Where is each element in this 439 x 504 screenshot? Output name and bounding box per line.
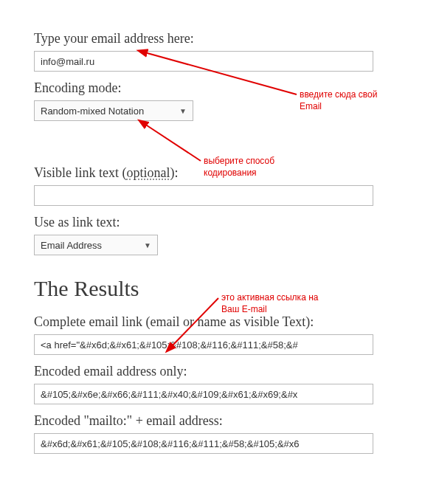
visible-link-text-optional: optional — [126, 165, 170, 180]
annotation-enter-email: введите сюда свой Email — [300, 89, 377, 112]
use-as-link-text-label: Use as link text: — [34, 215, 439, 230]
visible-link-text-label-prefix: Visible link text ( — [34, 165, 126, 180]
encoding-mode-selected: Random-mixed Notation — [41, 106, 144, 117]
email-label: Type your email address here: — [34, 31, 439, 46]
annotation-choose-encoding: выберите способ кодирования — [204, 155, 274, 179]
encoding-mode-select[interactable]: Random-mixed Notation ▼ — [34, 100, 193, 121]
annotation-active-link: это активная ссылка на Ваш E-mail — [221, 291, 318, 315]
encoded-only-label: Encoded email address only: — [34, 364, 439, 379]
chevron-down-icon: ▼ — [179, 107, 187, 115]
visible-link-text-label-suffix: ): — [170, 165, 178, 180]
email-input[interactable] — [34, 51, 373, 72]
mailto-label: Encoded "mailto:" + email address: — [34, 413, 439, 429]
complete-link-label: Complete email link (email or name as vi… — [34, 314, 439, 330]
complete-link-output[interactable] — [34, 334, 373, 355]
visible-link-text-input[interactable] — [34, 185, 373, 206]
chevron-down-icon: ▼ — [144, 241, 151, 249]
use-as-link-text-select[interactable]: Email Address ▼ — [34, 235, 158, 255]
encoded-only-output[interactable] — [34, 384, 373, 404]
encoding-mode-label: Encoding mode: — [34, 80, 439, 96]
use-as-link-text-selected: Email Address — [41, 240, 102, 251]
mailto-output[interactable] — [34, 433, 373, 454]
